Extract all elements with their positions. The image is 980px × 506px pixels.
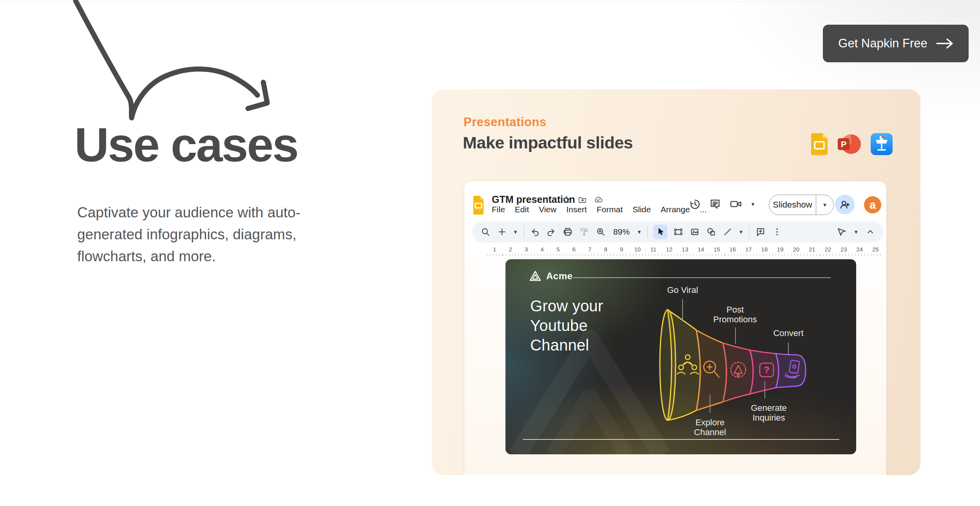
card-title: Make impactful slides xyxy=(463,133,633,152)
keynote-icon xyxy=(871,133,893,155)
caret-down-icon[interactable]: ▼ xyxy=(513,230,518,235)
comment-add-icon[interactable] xyxy=(755,226,766,237)
ruler-number: 20 xyxy=(788,246,804,256)
select-tool[interactable] xyxy=(653,224,667,239)
avatar[interactable]: a xyxy=(864,196,881,213)
paint-format-icon[interactable] xyxy=(579,226,590,237)
document-title-icons xyxy=(562,195,603,204)
comments-icon[interactable] xyxy=(709,198,721,210)
leader-line xyxy=(682,299,683,322)
ruler-number: 9 xyxy=(614,246,630,256)
ruler-number: 25 xyxy=(868,246,884,256)
version-history-icon[interactable] xyxy=(688,198,701,210)
page: Get Napkin Free Use cases Captivate your… xyxy=(0,0,980,506)
funnel-label-convert: Convert xyxy=(765,328,812,338)
toolbar-divider xyxy=(749,226,750,238)
ruler-number: 2 xyxy=(503,246,519,256)
menu-item-view[interactable]: View xyxy=(539,205,556,214)
ruler-number: 7 xyxy=(582,246,598,256)
hero-description-line: flowcharts, and more. xyxy=(77,246,301,267)
header-icons: ▼ xyxy=(688,198,755,210)
caret-down-icon[interactable]: ▼ xyxy=(637,230,642,235)
leader-line xyxy=(710,395,710,413)
funnel-label-generate-inquiries: Generate Inquiries xyxy=(737,403,800,423)
get-napkin-label: Get Napkin Free xyxy=(838,36,927,51)
presentations-card: Presentations Make impactful slides P xyxy=(432,89,920,475)
funnel-label-post-promotions: Post Promotions xyxy=(704,305,766,324)
toolbar-divider xyxy=(647,226,648,238)
powerpoint-icon: P xyxy=(837,133,861,155)
svg-text:P: P xyxy=(841,139,847,149)
toolbar-divider xyxy=(524,226,524,238)
meet-camera-icon[interactable] xyxy=(729,198,743,210)
caret-down-icon[interactable]: ▼ xyxy=(853,230,859,235)
page-title: Use cases xyxy=(74,117,298,172)
slideshow-dropdown[interactable]: ▼ xyxy=(816,195,833,215)
ruler-number: 4 xyxy=(534,246,551,256)
laser-pointer-icon[interactable] xyxy=(836,226,847,237)
undo-icon[interactable] xyxy=(529,226,540,237)
star-icon[interactable] xyxy=(562,195,571,204)
google-slides-window: GTM presentation FileEditViewInsertForma… xyxy=(464,181,886,475)
zoom-level[interactable]: 89% xyxy=(612,227,631,237)
image-icon[interactable] xyxy=(689,226,700,237)
hand-drawn-arrow-icon xyxy=(59,0,294,129)
ruler-number: 5 xyxy=(550,246,566,256)
redo-icon[interactable] xyxy=(546,226,557,237)
horizontal-ruler: 1234567891011121314151617181920212223242… xyxy=(487,246,884,256)
ruler-number: 6 xyxy=(566,246,582,256)
line-icon[interactable] xyxy=(722,226,733,237)
cloud-status-icon[interactable] xyxy=(594,195,603,204)
menu-item-insert[interactable]: Insert xyxy=(566,205,587,214)
google-slides-icon xyxy=(811,133,828,155)
menu-item-file[interactable]: File xyxy=(492,205,505,214)
collapse-toolbar-icon[interactable] xyxy=(865,226,876,237)
funnel-stage-promotions xyxy=(723,343,753,402)
ruler-number: 24 xyxy=(852,246,868,256)
slide[interactable]: Acme Grow your Youtube Channel xyxy=(505,259,856,454)
funnel-stage-explore xyxy=(696,330,726,410)
ruler-number: 12 xyxy=(661,246,677,256)
more-vertical-icon[interactable] xyxy=(772,226,783,237)
menu-bar: FileEditViewInsertFormatSlideArrange... xyxy=(492,205,706,214)
funnel-label-explore-channel: Explore Channel xyxy=(683,417,737,437)
ruler-number: 10 xyxy=(630,246,646,256)
move-folder-icon[interactable] xyxy=(578,195,587,204)
ruler-number: 11 xyxy=(645,246,661,256)
caret-down-icon[interactable]: ▼ xyxy=(750,202,755,207)
get-napkin-button[interactable]: Get Napkin Free xyxy=(823,25,969,62)
zoom-in-icon[interactable] xyxy=(595,226,606,237)
ruler-number: 16 xyxy=(725,246,741,256)
menu-item-format[interactable]: Format xyxy=(597,205,623,214)
leader-line xyxy=(788,342,789,355)
hero-description-line: generated infographics, diagrams, xyxy=(77,224,301,246)
menu-item-slide[interactable]: Slide xyxy=(632,205,651,214)
menu-item-arrange[interactable]: Arrange xyxy=(661,205,690,214)
slide-canvas[interactable]: Acme Grow your Youtube Channel xyxy=(464,257,886,475)
caret-down-icon[interactable]: ▼ xyxy=(739,230,744,235)
shape-icon[interactable] xyxy=(706,226,717,237)
caret-down-icon: ▼ xyxy=(822,202,828,208)
print-icon[interactable] xyxy=(562,226,573,237)
ruler-number: 17 xyxy=(741,246,757,256)
card-eyebrow: Presentations xyxy=(464,115,547,129)
search-icon[interactable] xyxy=(480,226,491,237)
funnel-label-go-viral: Go Viral xyxy=(659,285,706,295)
cursor-icon xyxy=(656,227,665,237)
ruler-number: 1 xyxy=(487,246,503,256)
menu-item-edit[interactable]: Edit xyxy=(515,205,529,214)
add-icon[interactable] xyxy=(496,226,507,237)
hero-description-line: Captivate your audience with auto- xyxy=(77,202,301,224)
slideshow-button[interactable]: Slideshow ▼ xyxy=(769,195,834,215)
app-icons-row: P xyxy=(811,133,893,155)
person-add-icon xyxy=(839,199,850,210)
hero-description: Captivate your audience with auto- gener… xyxy=(77,202,301,267)
inquiry-question-mark: ? xyxy=(764,365,770,375)
toolbar: ▼ 89% ▼ xyxy=(472,221,884,242)
textbox-icon[interactable] xyxy=(673,226,684,237)
share-button[interactable] xyxy=(835,195,855,214)
funnel-bell-mouth xyxy=(660,310,676,420)
ruler-number: 23 xyxy=(836,246,852,256)
arrow-right-icon xyxy=(936,38,953,49)
leader-line xyxy=(735,327,736,344)
